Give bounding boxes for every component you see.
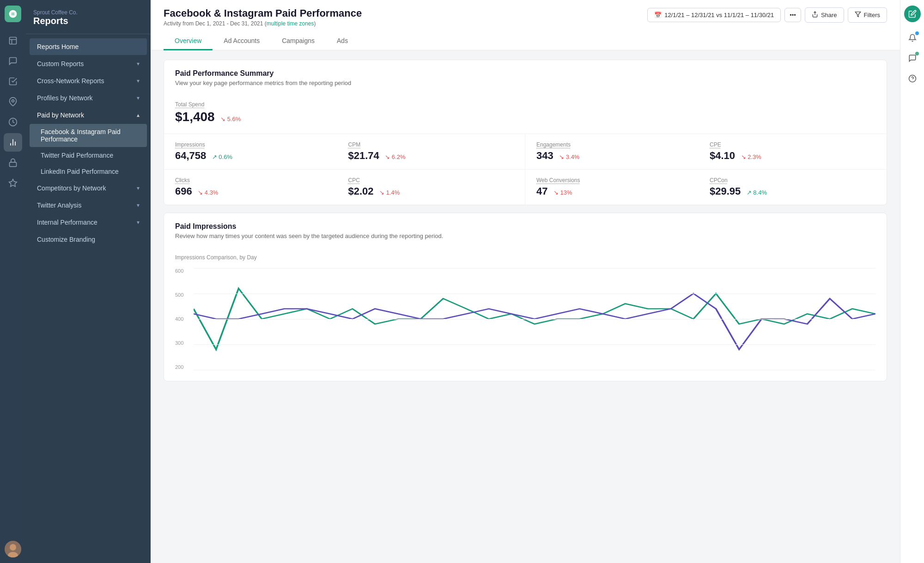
sidebar-label-paid-by-network: Paid by Network [37, 111, 137, 119]
clicks-label: Clicks [175, 177, 341, 184]
user-avatar[interactable] [5, 541, 21, 557]
metrics-row-clicks: Clicks 696 ↘ 4.3% CPC $2.02 ↘ 1.4% [164, 170, 525, 205]
y-label-200: 200 [175, 364, 192, 370]
app-logo[interactable] [5, 6, 21, 22]
web-conversions-value: 47 [536, 185, 547, 197]
nav-star-icon[interactable] [4, 174, 22, 192]
nav-inbox-icon[interactable] [4, 52, 22, 70]
impressions-subtitle: Review how many times your content was s… [175, 233, 875, 239]
sidebar-item-competitors[interactable]: Competitors by Network ▾ [30, 180, 147, 196]
page-subtitle: Activity from Dec 1, 2021 - Dec 31, 2021… [164, 20, 362, 27]
header-top: Facebook & Instagram Paid Performance Ac… [164, 7, 887, 27]
sidebar-item-custom-reports[interactable]: Custom Reports ▾ [30, 55, 147, 72]
filters-button[interactable]: Filters [848, 7, 887, 23]
cpcon-change: ↗ 8.4% [747, 189, 767, 196]
tab-campaigns[interactable]: Campaigns [271, 32, 326, 50]
y-label-500: 500 [175, 292, 192, 298]
chat-dot [915, 52, 919, 55]
metrics-col-left: Impressions 64,758 ↗ 0.6% CPM $21.74 ↘ 6… [164, 134, 525, 205]
clicks-value: 696 [175, 185, 192, 197]
total-spend-row: Total Spend $1,408 ↘ 5.6% [164, 94, 887, 134]
svg-marker-7 [9, 179, 17, 187]
sidebar-item-reports-home[interactable]: Reports Home [30, 38, 147, 55]
sidebar-item-profiles-by-network[interactable]: Profiles by Network ▾ [30, 90, 147, 106]
timezone-link[interactable]: multiple time zones [267, 20, 314, 27]
nav-schedule-icon[interactable] [4, 113, 22, 131]
impressions-value: 64,758 [175, 150, 206, 161]
svg-point-1 [12, 100, 14, 102]
sidebar-item-twitter-paid[interactable]: Twitter Paid Performance [30, 147, 147, 163]
tab-ads[interactable]: Ads [326, 32, 359, 50]
impressions-title: Paid Impressions [175, 222, 875, 231]
filter-icon [855, 11, 861, 19]
sidebar-item-fb-ig-paid[interactable]: Facebook & Instagram Paid Performance [30, 124, 147, 147]
nav-bots-icon[interactable] [4, 153, 22, 172]
chevron-twitter-icon: ▾ [137, 202, 140, 208]
share-button[interactable]: Share [805, 7, 844, 23]
engagements-metric: Engagements 343 ↘ 3.4% [536, 141, 702, 162]
cpc-metric: CPC $2.02 ↘ 1.4% [348, 177, 514, 197]
engagements-value: 343 [536, 150, 553, 161]
sidebar-item-customize-branding[interactable]: Customize Branding [30, 231, 147, 248]
summary-subtitle: View your key page performance metrics f… [175, 80, 875, 86]
clicks-change: ↘ 4.3% [198, 189, 218, 196]
tab-overview[interactable]: Overview [164, 32, 213, 50]
nav-analytics-icon[interactable] [4, 133, 22, 152]
cpm-value: $21.74 [348, 150, 379, 161]
web-conversions-metric: Web Conversions 47 ↘ 13% [536, 177, 702, 197]
company-name: Sprout Coffee Co. [33, 9, 143, 16]
icon-bar [0, 0, 26, 563]
chevron-custom-reports-icon: ▾ [137, 61, 140, 67]
help-button[interactable] [904, 70, 921, 87]
header-title-group: Facebook & Instagram Paid Performance Ac… [164, 7, 362, 27]
chevron-competitors-icon: ▾ [137, 185, 140, 191]
impressions-card-header: Paid Impressions Review how many times y… [164, 213, 887, 247]
sidebar-item-cross-network[interactable]: Cross-Network Reports ▾ [30, 73, 147, 89]
nav-tasks-icon[interactable] [4, 72, 22, 91]
cpcon-metric: CPCon $29.95 ↗ 8.4% [710, 177, 875, 197]
total-spend-label: Total Spend [175, 101, 875, 108]
sidebar-label-fb-ig-paid: Facebook & Instagram Paid Performance [41, 128, 140, 143]
total-spend-change: ↘ 5.6% [220, 116, 241, 122]
svg-marker-12 [855, 12, 861, 17]
summary-title: Paid Performance Summary [175, 69, 875, 78]
chart-container: 600 500 400 300 200 [175, 268, 875, 370]
tab-ad-accounts[interactable]: Ad Accounts [213, 32, 271, 50]
more-options-button[interactable]: ••• [784, 8, 801, 22]
main-header: Facebook & Instagram Paid Performance Ac… [151, 0, 900, 50]
calendar-icon: 📅 [654, 12, 662, 18]
page-title: Facebook & Instagram Paid Performance [164, 7, 362, 19]
cpc-change: ↘ 1.4% [379, 189, 400, 196]
notification-dot [915, 31, 919, 35]
cpe-label: CPE [710, 141, 875, 148]
impressions-change: ↗ 0.6% [212, 153, 232, 160]
metrics-row-impressions: Impressions 64,758 ↗ 0.6% CPM $21.74 ↘ 6… [164, 134, 525, 170]
engagements-label: Engagements [536, 141, 702, 148]
y-label-300: 300 [175, 340, 192, 346]
sidebar-label-cross-network: Cross-Network Reports [37, 77, 137, 85]
date-range-button[interactable]: 📅 12/1/21 – 12/31/21 vs 11/1/21 – 11/30/… [647, 8, 781, 22]
cpm-label: CPM [348, 141, 514, 148]
chevron-cross-network-icon: ▾ [137, 78, 140, 84]
edit-button[interactable] [904, 6, 921, 22]
chevron-paid-icon: ▴ [137, 112, 140, 118]
sidebar-label-reports-home: Reports Home [37, 43, 140, 50]
sidebar-label-custom-reports: Custom Reports [37, 60, 137, 67]
sidebar-item-linkedin-paid[interactable]: LinkedIn Paid Performance [30, 164, 147, 179]
sidebar-item-internal-performance[interactable]: Internal Performance ▾ [30, 214, 147, 231]
tabs: Overview Ad Accounts Campaigns Ads [164, 32, 887, 50]
arrow-down-icon: ↘ [220, 116, 225, 122]
nav-compose-icon[interactable] [4, 31, 22, 50]
sidebar-item-twitter-analysis[interactable]: Twitter Analysis ▾ [30, 197, 147, 214]
main-content: Paid Performance Summary View your key p… [151, 50, 900, 563]
header-actions: 📅 12/1/21 – 12/31/21 vs 11/1/21 – 11/30/… [647, 7, 887, 23]
notifications-button[interactable] [904, 30, 921, 46]
sidebar-item-paid-by-network[interactable]: Paid by Network ▴ [30, 107, 147, 123]
chart-label: Impressions Comparison, by Day [175, 254, 875, 261]
cpe-change: ↘ 2.3% [741, 153, 761, 160]
sidebar-label-internal: Internal Performance [37, 219, 137, 226]
impressions-label: Impressions [175, 141, 341, 148]
sidebar-label-linkedin-paid: LinkedIn Paid Performance [41, 168, 119, 175]
chat-button[interactable] [904, 50, 921, 67]
nav-pin-icon[interactable] [4, 92, 22, 111]
